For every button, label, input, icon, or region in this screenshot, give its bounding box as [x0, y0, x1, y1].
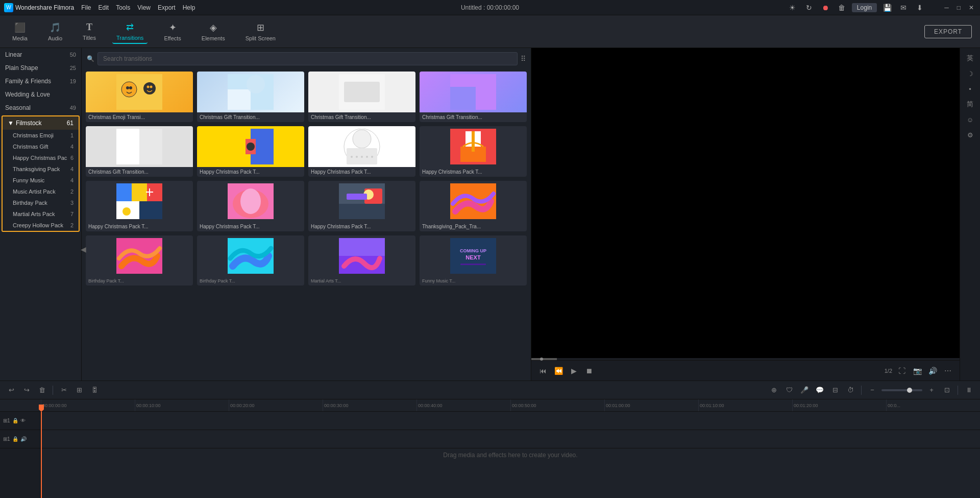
chinese-icon[interactable]: 简 [963, 98, 978, 110]
download-icon[interactable]: ⬇ [914, 2, 926, 14]
shield-button[interactable]: 🛡 [783, 384, 795, 396]
zoom-slider[interactable] [881, 389, 922, 391]
scroll-left-arrow[interactable]: ◀ [82, 245, 86, 253]
separator [861, 386, 862, 395]
menu-edit[interactable]: Edit [99, 4, 109, 11]
sidebar-sub-christmas-gift[interactable]: Christmas Gift 4 [3, 141, 79, 152]
stop-button[interactable]: ⏹ [583, 365, 595, 376]
skip-back-button[interactable]: ⏮ [537, 365, 549, 376]
sidebar-sub-martial-arts[interactable]: Martial Arts Pack 7 [3, 208, 79, 220]
audio-lock-icon[interactable]: 🔒 [12, 436, 18, 442]
transition-card[interactable]: Happy Christmas Pack T... [420, 126, 527, 177]
transition-card[interactable]: Christmas Gift Transition... [308, 72, 415, 122]
filmstock-header[interactable]: ▼ Filmstock 61 [3, 116, 79, 130]
transition-card[interactable]: Birthday Pack T... [197, 235, 304, 286]
transition-card[interactable]: Happy Christmas Pack T... [197, 126, 304, 177]
save-icon[interactable]: 💾 [881, 2, 893, 14]
undo-button[interactable]: ↩ [5, 384, 17, 396]
delete-button[interactable]: 🗑 [36, 384, 48, 396]
transition-card[interactable]: Christmas Gift Transition... [86, 126, 193, 177]
tool-transitions[interactable]: ⇄ Transitions [112, 19, 148, 44]
cut-button[interactable]: ✂ [58, 384, 70, 396]
snap-button[interactable]: ⊕ [768, 384, 780, 396]
transition-card[interactable]: COMING UP NEXT Funny Music T... [420, 235, 527, 286]
login-button[interactable]: Login [852, 3, 877, 12]
transition-label: Happy Christmas Pack T... [197, 222, 304, 231]
menu-help[interactable]: Help [183, 4, 195, 11]
fit-button[interactable]: ⊡ [941, 384, 953, 396]
subtitle-button[interactable]: ⊟ [829, 384, 841, 396]
transition-card[interactable]: Birthday Pack T... [86, 235, 193, 286]
menu-file[interactable]: File [81, 4, 91, 11]
snapshot-button[interactable]: 📷 [912, 365, 923, 376]
sidebar-sub-happy-christmas[interactable]: Happy Christmas Pac 6 [3, 152, 79, 163]
sidebar-item-seasonal[interactable]: Seasonal 49 [0, 101, 81, 114]
sidebar-item-linear[interactable]: Linear 50 [0, 48, 81, 61]
sidebar-sub-thanksgiving[interactable]: Thanksgiving Pack 4 [3, 163, 79, 175]
close-button[interactable]: ✕ [967, 4, 976, 11]
play-button[interactable]: ▶ [568, 365, 579, 376]
transition-card[interactable]: Happy Christmas Pack T... [308, 181, 415, 231]
transition-card[interactable]: Christmas Gift Transition... [420, 72, 527, 122]
transition-thumb [420, 126, 527, 167]
audio-vol-icon[interactable]: 🔊 [20, 436, 27, 442]
tool-titles[interactable]: T Titles [79, 20, 100, 43]
mic-button[interactable]: 🎤 [798, 384, 811, 396]
fullscreen-button[interactable]: ⛶ [896, 365, 908, 376]
sidebar-sub-music-artist[interactable]: Music Artist Pack 2 [3, 186, 79, 197]
dot-icon[interactable]: • [963, 83, 978, 95]
sun-icon[interactable]: ☀ [787, 2, 799, 14]
grid-view-icon[interactable]: ⠿ [521, 55, 526, 63]
tool-elements[interactable]: ◈ Elements [198, 20, 229, 43]
sidebar-sub-creepy-hollow[interactable]: Creepy Hollow Pack 2 [3, 220, 79, 231]
redo-button[interactable]: ↪ [20, 384, 33, 396]
transition-card[interactable]: Happy Christmas Pack T... [86, 181, 193, 231]
volume-button[interactable]: 🔊 [927, 365, 938, 376]
transition-card[interactable]: Martial Arts T... [308, 235, 415, 286]
transition-card[interactable]: Happy Christmas Pack T... [308, 126, 415, 177]
zoom-out-button[interactable]: − [866, 384, 878, 396]
sidebar-item-wedding-love[interactable]: Wedding & Love [0, 88, 81, 101]
menu-tools[interactable]: Tools [116, 4, 130, 11]
eye-icon[interactable]: 👁 [20, 418, 26, 423]
menu-export[interactable]: Export [158, 4, 176, 11]
tool-audio[interactable]: 🎵 Audio [44, 20, 66, 43]
split-button[interactable]: ⊞ [73, 384, 85, 396]
zoom-handle[interactable] [907, 388, 912, 393]
transition-card[interactable]: Thanksgiving_Pack_Tra... [420, 181, 527, 231]
sidebar-sub-funny-music[interactable]: Funny Music 4 [3, 175, 79, 186]
zoom-in-button[interactable]: + [925, 384, 938, 396]
sidebar-sub-christmas-emoji[interactable]: Christmas Emoji 1 [3, 130, 79, 141]
lock-icon[interactable]: 🔒 [12, 418, 18, 423]
settings-icon[interactable]: ⚙ [963, 129, 978, 141]
trash-icon[interactable]: 🗑 [836, 2, 848, 14]
tool-effects[interactable]: ✦ Effects [160, 20, 185, 43]
record-icon[interactable]: ⏺ [819, 2, 831, 14]
more-button[interactable]: ⋯ [942, 365, 953, 376]
tool-splitscreen[interactable]: ⊞ Split Screen [241, 20, 280, 43]
menu-view[interactable]: View [137, 4, 151, 11]
update-icon[interactable]: ↻ [803, 2, 815, 14]
transition-card[interactable]: Happy Christmas Pack T... [197, 181, 304, 231]
tool-media[interactable]: ⬛ Media [8, 20, 32, 43]
transition-card[interactable]: Christmas Emoji Transi... [86, 72, 193, 122]
clock-button[interactable]: ⏱ [844, 384, 856, 396]
mail-icon[interactable]: ✉ [897, 2, 910, 14]
export-button[interactable]: EXPORT [924, 25, 972, 38]
transition-label: Funny Music T... [420, 276, 527, 286]
sidebar-item-plain-shape[interactable]: Plain Shape 25 [0, 61, 81, 75]
lang-icon[interactable]: 英 [963, 52, 978, 64]
audio-mix-button[interactable]: 🎛 [88, 384, 101, 396]
sidebar-sub-birthday-pack[interactable]: Birthday Pack 3 [3, 197, 79, 208]
maximize-button[interactable]: □ [955, 4, 963, 11]
step-back-button[interactable]: ⏪ [553, 365, 564, 376]
pause-button[interactable]: ⏸ [963, 384, 975, 396]
sidebar-item-family-friends[interactable]: Family & Friends 19 [0, 75, 81, 88]
search-input[interactable] [97, 52, 518, 65]
minimize-button[interactable]: ─ [942, 4, 951, 11]
moon-icon[interactable]: ☽ [963, 67, 978, 80]
preview-scrubber[interactable] [540, 358, 543, 361]
caption-button[interactable]: 💬 [814, 384, 826, 396]
transition-card[interactable]: Christmas Gift Transition... [197, 72, 304, 122]
emoji-icon[interactable]: ☺ [963, 113, 978, 126]
